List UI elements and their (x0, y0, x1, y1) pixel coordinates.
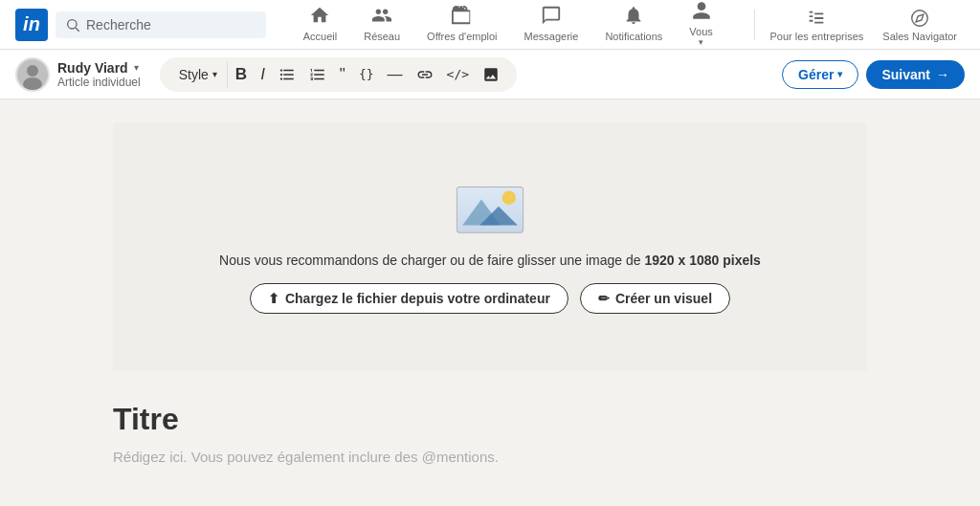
notifications-icon (623, 5, 644, 29)
cover-buttons: ⬆ Chargez le fichier depuis votre ordina… (250, 283, 730, 314)
unordered-list-button[interactable] (273, 62, 301, 87)
nav-messagerie-label: Messagerie (524, 31, 579, 42)
nav-divider (754, 10, 755, 40)
editor-toolbar: Rudy Viard ▾ Article individuel Style ▾ … (0, 50, 980, 99)
author-name: Rudy Viard (57, 60, 128, 76)
avatar (15, 57, 50, 92)
manage-label: Gérer (798, 67, 834, 82)
home-icon (309, 5, 330, 29)
jobs-icon (452, 5, 473, 29)
nav-emploi[interactable]: Offres d'emploi (415, 0, 508, 50)
upload-icon: ⬆ (268, 291, 279, 306)
profile-icon (691, 0, 712, 24)
nav-accueil-label: Accueil (303, 31, 337, 42)
image-icon (482, 66, 500, 83)
nav-entreprises-label: Pour les entreprises (770, 31, 864, 42)
link-button[interactable] (411, 62, 439, 87)
format-toolbar-divider (227, 61, 228, 88)
divider-button[interactable]: — (382, 62, 409, 87)
nav-accueil[interactable]: Accueil (292, 0, 348, 50)
cover-instruction: Nous vous recommandons de charger ou de … (219, 253, 761, 268)
style-button[interactable]: Style ▾ (171, 63, 225, 86)
ol-icon (309, 66, 326, 83)
nav-sales-navigator-label: Sales Navigator (882, 31, 957, 42)
code-button[interactable]: {} (353, 63, 380, 85)
code-inline-button[interactable]: </> (441, 63, 475, 85)
grid-icon (806, 8, 827, 29)
style-label: Style (179, 67, 209, 82)
pencil-icon: ✏ (598, 291, 610, 306)
nav-reseau[interactable]: Réseau (352, 0, 412, 50)
next-label: Suivant (881, 67, 930, 82)
svg-point-2 (912, 10, 928, 26)
bold-button[interactable]: B (230, 61, 253, 88)
linkedin-logo[interactable]: in (15, 9, 48, 41)
chevron-down-icon: ▾ (699, 37, 703, 47)
author-info: Rudy Viard ▾ Article individuel (15, 57, 141, 92)
author-details: Rudy Viard ▾ Article individuel (57, 60, 141, 89)
style-chevron-icon: ▾ (212, 69, 217, 79)
nav-messagerie[interactable]: Messagerie (513, 0, 590, 50)
search-input[interactable] (86, 17, 256, 33)
create-visual-button[interactable]: ✏ Créer un visuel (580, 283, 730, 314)
main-content: Nous vous recommandons de charger ou de … (98, 99, 882, 488)
article-body-placeholder[interactable]: Rédigez ici. Vous pouvez également inclu… (113, 449, 867, 465)
nav-notifications-label: Notifications (605, 31, 662, 42)
compass-icon (909, 8, 930, 29)
next-arrow-icon: → (936, 67, 949, 82)
author-dropdown-arrow[interactable]: ▾ (134, 62, 139, 73)
next-button[interactable]: Suivant → (866, 60, 965, 89)
nav-notifications[interactable]: Notifications (593, 0, 674, 50)
manage-button[interactable]: Gérer ▾ (782, 60, 858, 89)
navbar-right: Pour les entreprises Sales Navigator (750, 0, 965, 50)
format-toolbar: Style ▾ B I " {} — </> (160, 57, 517, 92)
svg-point-0 (68, 19, 77, 28)
upload-file-button[interactable]: ⬆ Chargez le fichier depuis votre ordina… (250, 283, 568, 314)
italic-button[interactable]: I (255, 61, 271, 88)
image-button[interactable] (477, 62, 505, 87)
cover-placeholder-icon (456, 180, 524, 237)
cover-dimensions: 1920 x 1080 pixels (644, 253, 760, 268)
nav-vous-label: Vous (689, 26, 712, 37)
network-icon (371, 5, 392, 29)
quote-button[interactable]: " (334, 61, 351, 88)
article-type: Article individuel (57, 76, 141, 89)
top-navbar: in Accueil Réseau Offres d'emploi (0, 0, 980, 50)
nav-emploi-label: Offres d'emploi (427, 31, 497, 42)
nav-sales-navigator[interactable]: Sales Navigator (875, 0, 965, 50)
svg-point-10 (502, 191, 516, 205)
search-icon (65, 17, 80, 33)
ul-icon (278, 66, 296, 83)
create-label: Créer un visuel (615, 291, 712, 306)
upload-label: Chargez le fichier depuis votre ordinate… (285, 291, 550, 306)
search-bar[interactable] (56, 11, 266, 38)
svg-point-4 (27, 65, 38, 77)
cover-area: Nous vous recommandons de charger ou de … (113, 122, 867, 371)
svg-line-1 (76, 28, 79, 32)
nav-vous[interactable]: Vous ▾ (678, 0, 724, 50)
messaging-icon (541, 5, 562, 29)
link-icon (416, 66, 434, 83)
navbar-center: Accueil Réseau Offres d'emploi Messageri… (266, 0, 750, 50)
navbar-left: in (15, 9, 266, 41)
nav-reseau-label: Réseau (364, 31, 400, 42)
toolbar-right: Gérer ▾ Suivant → (782, 60, 965, 89)
ordered-list-button[interactable] (303, 62, 332, 87)
manage-chevron-icon: ▾ (837, 69, 842, 79)
nav-entreprises[interactable]: Pour les entreprises (763, 0, 872, 50)
article-title[interactable]: Titre (113, 402, 867, 437)
